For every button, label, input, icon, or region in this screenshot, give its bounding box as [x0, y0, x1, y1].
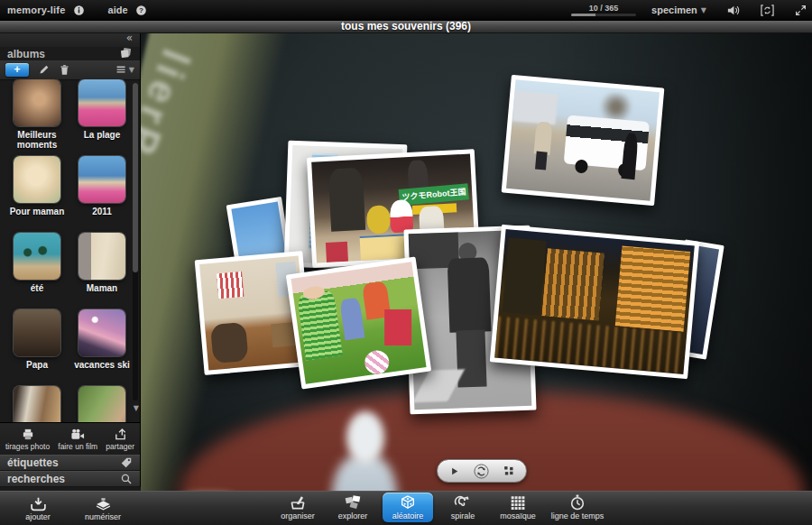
edit-album-icon[interactable] — [38, 64, 50, 76]
album-item-pour-maman[interactable]: Pour maman — [5, 156, 69, 233]
album-thumbnail[interactable] — [78, 233, 125, 280]
prints-button[interactable]: tirages photo — [5, 423, 50, 455]
albums-header-label: albums — [7, 48, 45, 60]
tags-label: étiquettes — [7, 456, 59, 469]
background-blurred-text: lierP — [141, 43, 198, 165]
album-thumbnail[interactable] — [78, 309, 125, 356]
help-menu[interactable]: aide — [108, 5, 128, 15]
shuffle-button[interactable] — [473, 463, 490, 480]
album-item-meilleurs-moments[interactable]: Meilleurs moments — [5, 79, 69, 156]
album-thumbnail[interactable] — [14, 233, 60, 280]
delete-album-icon[interactable] — [59, 64, 70, 76]
albums-scrollbar[interactable] — [133, 83, 138, 401]
share-button[interactable]: partager — [106, 423, 134, 455]
play-button[interactable] — [449, 466, 459, 476]
share-label: partager — [106, 442, 134, 451]
album-item-vacances-ski[interactable]: vacances ski — [70, 309, 134, 386]
album-label: été — [31, 283, 43, 293]
album-item-ete[interactable]: été — [5, 233, 69, 309]
sidebar: « albums + ▼ Meilleurs moments — [0, 32, 141, 487]
album-item-maman[interactable]: Maman — [70, 233, 134, 309]
dice-icon — [399, 494, 417, 511]
app-logo: memory-life — [7, 5, 66, 15]
album-grid: Meilleurs moments La plage Pour maman 20… — [5, 79, 135, 422]
album-thumbnail[interactable] — [14, 79, 60, 126]
view-mode-aleatoire-selected[interactable]: aléatoire — [383, 493, 433, 522]
scan-button[interactable]: numériser — [78, 494, 128, 523]
album-label: 2011 — [92, 207, 112, 216]
collapse-sidebar-button[interactable]: « — [126, 32, 133, 44]
photo-hummer-limousine[interactable] — [502, 75, 665, 206]
add-album-button[interactable]: + — [5, 63, 29, 77]
search-icon — [120, 473, 133, 485]
help-icon[interactable]: ? — [135, 5, 147, 16]
view-mode-organiser[interactable]: organiser — [272, 493, 323, 522]
fullscreen-icon[interactable] — [795, 5, 807, 16]
add-photos-label: ajouter — [25, 512, 51, 521]
list-view-selector[interactable]: ▼ — [115, 64, 134, 76]
search-label: recherches — [7, 473, 65, 485]
photo-counter: 10 / 365 — [568, 4, 639, 16]
photo-canvas[interactable]: lierP ツクモRobot王国 — [141, 32, 812, 525]
import-icon — [30, 496, 47, 511]
album-item-2011[interactable]: 2011 — [70, 156, 134, 233]
albums-header: albums — [0, 47, 140, 60]
album-item-partial-1[interactable] — [5, 386, 69, 422]
album-label: Maman — [87, 283, 117, 293]
clock-icon — [568, 494, 586, 511]
tags-section[interactable]: étiquettes — [0, 455, 140, 471]
album-item-la-plage[interactable]: La plage — [70, 79, 134, 156]
photo-night-city[interactable] — [490, 225, 699, 380]
album-thumbnail[interactable] — [14, 386, 60, 422]
album-label: Papa — [26, 360, 48, 370]
add-photos-button[interactable]: ajouter — [13, 494, 63, 523]
album-thumbnail[interactable] — [78, 79, 125, 126]
album-thumbnail[interactable] — [78, 386, 125, 422]
sidebar-actions-bar: tirages photo faire un film partager — [0, 422, 140, 455]
view-mode-ligne-de-temps[interactable]: ligne de temps — [548, 493, 607, 522]
memory-life-app: memory-life aide ? 10 / 365 specimen ▼ — [0, 0, 812, 525]
profile-dropdown[interactable]: specimen ▼ — [651, 5, 706, 15]
volume-icon[interactable] — [726, 4, 740, 17]
prints-label: tirages photo — [5, 442, 50, 451]
search-section[interactable]: recherches — [0, 471, 140, 487]
view-mode-explorer[interactable]: explorer — [328, 493, 378, 522]
album-thumbnail[interactable] — [78, 156, 125, 203]
bottom-toolbar: ajouter numériser organiser explorer alé… — [0, 491, 812, 525]
photo-cards-icon — [344, 494, 362, 511]
album-label: Pour maman — [10, 207, 65, 216]
profile-name: specimen — [651, 5, 697, 15]
album-item-papa[interactable]: Papa — [5, 309, 69, 386]
mosaic-grid-icon — [509, 494, 527, 511]
view-mode-label: organiser — [281, 511, 315, 520]
photo-kids-on-grass[interactable] — [286, 257, 431, 390]
chevron-down-icon: ▼ — [129, 66, 134, 74]
film-camera-icon — [69, 428, 86, 441]
album-item-partial-2[interactable] — [70, 386, 134, 422]
view-mode-mosaique[interactable]: mosaïque — [493, 493, 543, 522]
svg-text:?: ? — [139, 6, 143, 14]
album-thumbnail[interactable] — [14, 156, 60, 203]
view-mode-label: explorer — [338, 511, 368, 520]
background-figure-head — [346, 411, 384, 464]
counter-progress-bar — [571, 14, 636, 16]
info-icon[interactable] — [73, 5, 85, 16]
make-film-button[interactable]: faire un film — [58, 423, 97, 455]
organize-icon — [289, 494, 307, 511]
albums-scrollbar-thumb[interactable] — [133, 83, 138, 272]
scatter-button[interactable] — [503, 465, 514, 476]
view-mode-label: mosaïque — [500, 511, 536, 520]
make-film-label: faire un film — [58, 442, 97, 451]
view-mode-label: aléatoire — [392, 511, 424, 520]
view-mode-spirale[interactable]: spirale — [438, 493, 488, 522]
sync-icon[interactable] — [760, 4, 775, 17]
scanner-icon — [95, 496, 112, 511]
albums-stack-icon[interactable] — [119, 46, 133, 62]
spiral-icon — [454, 494, 472, 511]
tag-icon — [120, 456, 133, 469]
scroll-down-arrow[interactable]: ▼ — [134, 404, 139, 412]
scan-label: numériser — [85, 512, 121, 521]
album-thumbnail[interactable] — [14, 309, 60, 356]
collection-title: tous mes souvenirs (396) — [341, 20, 471, 32]
view-mode-label: ligne de temps — [551, 511, 604, 520]
